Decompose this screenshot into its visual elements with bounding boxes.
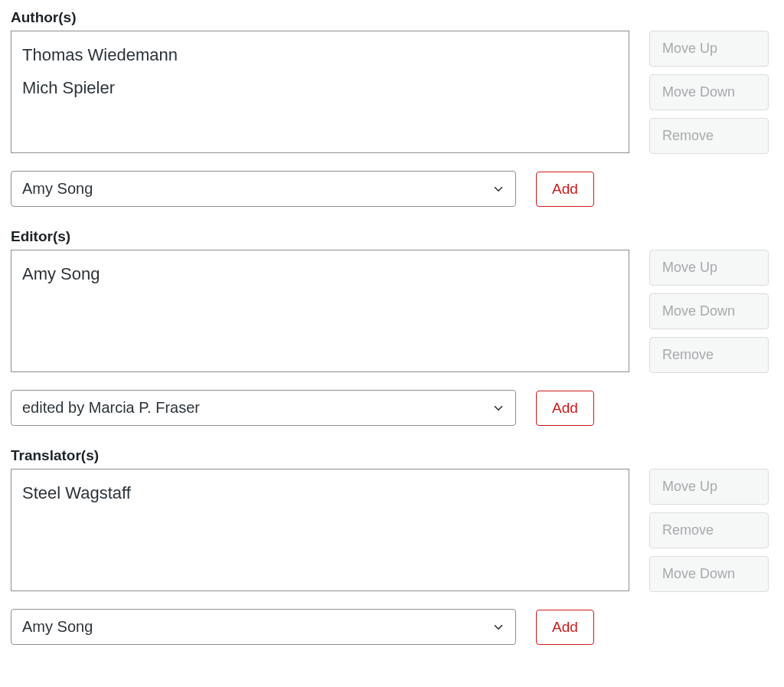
authors-side-buttons: Move Up Move Down Remove bbox=[649, 31, 769, 154]
translators-select[interactable]: Amy Song bbox=[11, 609, 516, 645]
list-item[interactable]: Steel Wagstaff bbox=[22, 477, 618, 510]
authors-section: Author(s) Thomas Wiedemann Mich Spieler … bbox=[11, 9, 773, 207]
translators-select-wrap: Amy Song bbox=[11, 609, 516, 645]
list-item[interactable]: Thomas Wiedemann bbox=[22, 39, 618, 72]
move-up-button[interactable]: Move Up bbox=[649, 250, 769, 286]
add-button[interactable]: Add bbox=[536, 172, 594, 207]
add-button[interactable]: Add bbox=[536, 391, 594, 426]
editors-select[interactable]: edited by Marcia P. Fraser bbox=[11, 390, 516, 426]
remove-button[interactable]: Remove bbox=[649, 118, 769, 154]
remove-button[interactable]: Move Down bbox=[649, 556, 769, 592]
list-item[interactable]: Mich Spieler bbox=[22, 72, 618, 105]
remove-button[interactable]: Remove bbox=[649, 337, 769, 373]
editors-add-row: edited by Marcia P. Fraser Add bbox=[11, 390, 773, 426]
authors-select-wrap: Amy Song bbox=[11, 171, 516, 207]
editors-listbox[interactable]: Amy Song bbox=[11, 250, 629, 372]
move-down-button[interactable]: Move Down bbox=[649, 293, 769, 329]
authors-label: Author(s) bbox=[11, 9, 773, 26]
editors-select-wrap: edited by Marcia P. Fraser bbox=[11, 390, 516, 426]
translators-row: Steel Wagstaff Move Up Remove Move Down bbox=[11, 469, 773, 592]
move-down-button[interactable]: Move Down bbox=[649, 74, 769, 110]
translators-add-row: Amy Song Add bbox=[11, 609, 773, 645]
translators-listbox[interactable]: Steel Wagstaff bbox=[11, 469, 629, 591]
translators-side-buttons: Move Up Remove Move Down bbox=[649, 469, 769, 592]
add-button[interactable]: Add bbox=[536, 610, 594, 645]
editors-side-buttons: Move Up Move Down Remove bbox=[649, 250, 769, 373]
translators-section: Translator(s) Steel Wagstaff Move Up Rem… bbox=[11, 447, 773, 645]
authors-add-row: Amy Song Add bbox=[11, 171, 773, 207]
move-up-button[interactable]: Move Up bbox=[649, 31, 769, 67]
authors-select[interactable]: Amy Song bbox=[11, 171, 516, 207]
editors-label: Editor(s) bbox=[11, 228, 773, 245]
editors-section: Editor(s) Amy Song Move Up Move Down Rem… bbox=[11, 228, 773, 426]
move-down-button[interactable]: Remove bbox=[649, 512, 769, 548]
authors-row: Thomas Wiedemann Mich Spieler Move Up Mo… bbox=[11, 31, 773, 154]
authors-listbox[interactable]: Thomas Wiedemann Mich Spieler bbox=[11, 31, 629, 153]
editors-row: Amy Song Move Up Move Down Remove bbox=[11, 250, 773, 373]
move-up-button[interactable]: Move Up bbox=[649, 469, 769, 505]
list-item[interactable]: Amy Song bbox=[22, 258, 618, 291]
translators-label: Translator(s) bbox=[11, 447, 773, 464]
